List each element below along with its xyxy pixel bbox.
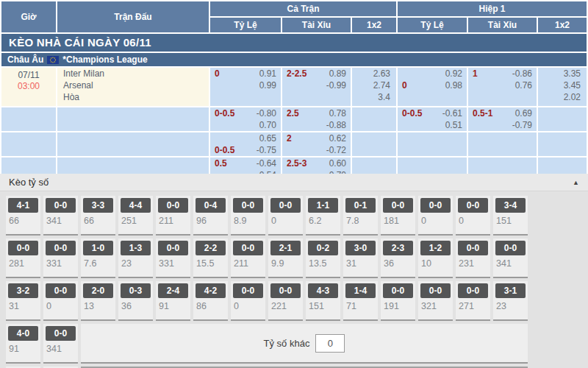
score-odds-cell[interactable]: 0-496: [193, 196, 228, 236]
score-odds-cell[interactable]: 0-08.9: [231, 196, 265, 236]
score-odds-cell[interactable]: 2-013: [81, 281, 115, 321]
odds-cell-h1-handicap[interactable]: 0.9200.98: [398, 68, 467, 106]
odds-cell-ft-handicap[interactable]: 0-0.5-0.800.70: [210, 107, 281, 131]
score-odds-cell[interactable]: 2-19.9: [268, 238, 303, 278]
score-odds-cell[interactable]: 1-16.2: [306, 196, 340, 236]
odds-cell-ft-overunder[interactable]: 20.62-0.72: [282, 132, 351, 156]
score-odds-value: 36: [381, 255, 415, 269]
score-odds-cell[interactable]: 0-00: [418, 196, 453, 236]
match-time-cell: [1, 132, 56, 156]
score-odds-cell[interactable]: 4-166: [6, 196, 40, 236]
score-odds-cell[interactable]: 0-00: [268, 196, 303, 236]
other-score-input[interactable]: [315, 334, 345, 353]
odds-value: 3.4: [352, 91, 396, 103]
odds-cell-ft-overunder[interactable]: 2-2.50.89-0.99: [282, 68, 351, 106]
odds-cell-ft-handicap[interactable]: 00.910.99: [210, 68, 281, 106]
score-odds-value: 221: [268, 298, 303, 312]
score-odds-cell[interactable]: 0-0331: [43, 238, 78, 278]
score-odds-cell[interactable]: 4-286: [193, 281, 228, 321]
team-name[interactable]: Hòa: [57, 91, 209, 103]
score-odds-cell[interactable]: 0-213.5: [306, 238, 340, 278]
score-odds-cell[interactable]: 2-336: [381, 238, 415, 278]
score-odds-cell[interactable]: 3-366: [81, 196, 115, 236]
score-odds-cell[interactable]: 0-0321: [418, 281, 453, 321]
handicap-label: 2.5-3: [287, 158, 306, 169]
odds-cell-ft-1x2: [352, 132, 396, 156]
handicap-label: 0: [402, 80, 407, 91]
score-odds-cell[interactable]: 0-0341: [493, 238, 528, 278]
score-chip: 0-1: [345, 198, 376, 213]
score-odds-cell[interactable]: 0-0281: [6, 238, 40, 278]
score-chip: 2-4: [158, 283, 188, 298]
score-odds-cell[interactable]: 3-4151: [493, 196, 528, 236]
score-odds-cell[interactable]: 0-00: [43, 281, 78, 321]
odds-cell-h1-handicap: [398, 132, 467, 156]
score-odds-cell[interactable]: 0-0331: [156, 238, 190, 278]
score-odds-cell[interactable]: 0-0181: [381, 196, 415, 236]
score-odds-cell[interactable]: 1-471: [343, 281, 378, 321]
column-header-h1-odds: Tỷ Lệ: [398, 18, 467, 32]
score-odds-cell[interactable]: 0-0211: [231, 238, 265, 278]
score-odds-cell[interactable]: 0-0341: [43, 196, 78, 236]
odds-cell-h1-overunder[interactable]: 0.5-10.69-0.79: [468, 107, 537, 131]
score-odds-cell[interactable]: 2-215.5: [193, 238, 228, 278]
score-chip: 0-0: [495, 241, 526, 255]
score-odds-cell[interactable]: 4-4251: [118, 196, 153, 236]
score-odds-value: 341: [493, 255, 528, 269]
odds-value: 3.45: [538, 79, 587, 91]
score-odds-cell[interactable]: 0-00: [231, 281, 265, 321]
score-odds-cell[interactable]: 1-210: [418, 238, 453, 278]
score-odds-cell[interactable]: 3-123: [493, 281, 528, 321]
score-odds-cell[interactable]: 0-336: [118, 281, 153, 321]
odds-cell-ft-handicap[interactable]: 0.650-0.5-0.75: [210, 132, 281, 156]
odds-line: 0-0.5-0.61: [398, 107, 467, 119]
odds-cell-h1-handicap[interactable]: 0-0.5-0.610.51: [398, 107, 467, 131]
score-odds-value: 13: [81, 298, 115, 312]
match-teams-cell[interactable]: Inter MilanArsenalHòa: [57, 68, 209, 106]
odds-value: 2.74: [352, 79, 396, 91]
handicap-label: 0-0.5: [215, 145, 234, 156]
score-odds-cell[interactable]: 0-0341: [43, 324, 78, 364]
column-group-first-half: Hiệp 1: [398, 1, 587, 16]
handicap-label: 0-0.5: [402, 108, 422, 119]
team-name[interactable]: Arsenal: [57, 79, 209, 91]
odds-value: 0.62: [329, 133, 346, 144]
score-odds-value: 96: [193, 213, 228, 227]
score-odds-cell[interactable]: 0-0231: [456, 238, 490, 278]
odds-line: 0.76: [468, 79, 537, 91]
odds-line: 2-2.50.89: [282, 68, 351, 79]
odds-cell-ft-1x2: [352, 107, 396, 131]
score-odds-cell[interactable]: 4-091: [6, 324, 40, 364]
odds-value: -0.99: [326, 80, 346, 91]
score-odds-cell[interactable]: 3-231: [6, 281, 40, 321]
score-odds-cell[interactable]: 1-07.6: [81, 238, 115, 278]
score-chip: 0-0: [270, 283, 301, 298]
score-odds-value: 151: [306, 298, 340, 312]
score-odds-value: 251: [118, 213, 153, 227]
score-odds-cell[interactable]: 0-00: [456, 196, 490, 236]
score-row: 4-0910-0341Tỷ số khác: [6, 324, 588, 364]
odds-value: 0.99: [259, 80, 276, 91]
score-odds-cell[interactable]: 1-323: [118, 238, 153, 278]
odds-line: 00.98: [398, 79, 467, 91]
odds-cell-h1-overunder[interactable]: 1-0.860.76: [468, 68, 537, 106]
score-odds-cell[interactable]: 4-3151: [306, 281, 340, 321]
score-odds-value: 91: [156, 298, 190, 312]
score-odds-cell[interactable]: 0-0211: [156, 196, 190, 236]
score-odds-cell[interactable]: 0-0271: [456, 281, 490, 321]
odds-cell-ft-1x2[interactable]: 2.632.743.4: [352, 68, 396, 106]
odds-line: -0.72: [282, 144, 351, 156]
odds-cell-h1-1x2[interactable]: 3.353.452.02: [538, 68, 587, 106]
score-odds-cell[interactable]: 0-0221: [268, 281, 303, 321]
collapse-icon[interactable]: ▲: [573, 179, 579, 186]
score-odds-cell[interactable]: 0-17.8: [343, 196, 378, 236]
score-odds-cell[interactable]: 2-491: [156, 281, 190, 321]
score-odds-value: 7.6: [81, 255, 115, 269]
team-name[interactable]: Inter Milan: [57, 68, 209, 79]
score-odds-cell[interactable]: 3-031: [343, 238, 378, 278]
score-chip: 4-4: [121, 198, 151, 213]
league-banner[interactable]: Châu Âu *Champions League: [1, 53, 587, 66]
odds-cell-ft-overunder[interactable]: 2.50.78-0.88: [282, 107, 351, 131]
score-odds-cell[interactable]: 0-0191: [381, 281, 415, 321]
score-odds-value: 23: [493, 298, 528, 312]
